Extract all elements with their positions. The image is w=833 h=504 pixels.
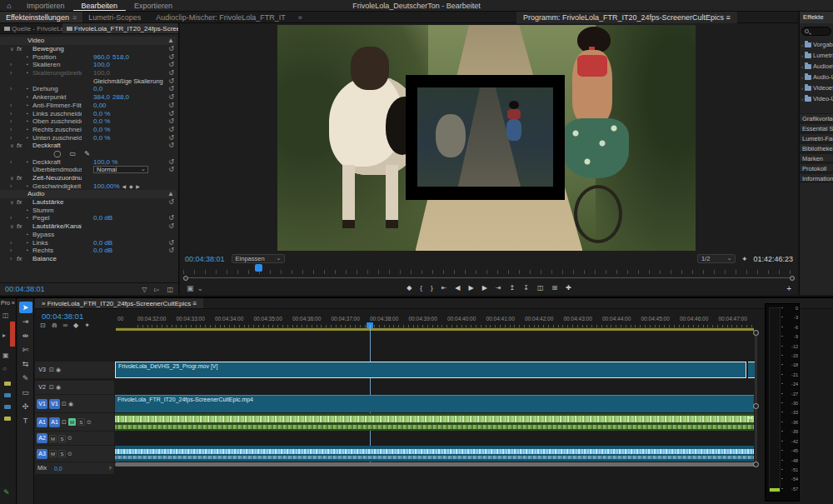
mix-gain-value[interactable]: 0,0	[54, 466, 62, 472]
filter-effects-icon[interactable]: ▽	[142, 286, 147, 293]
twirl-icon[interactable]: ›	[10, 159, 17, 165]
horizontal-scrollbar[interactable]	[115, 462, 756, 467]
fx-badge[interactable]: fx	[17, 198, 25, 206]
track-header[interactable]: V2 ⊡ ◉	[35, 381, 114, 394]
reset-icon[interactable]: ↺	[165, 85, 174, 92]
stopwatch-icon[interactable]: ◔	[25, 86, 32, 92]
track-target[interactable]: A2	[37, 433, 47, 443]
effect-row[interactable]: › fx Balance	[0, 255, 177, 263]
reset-icon[interactable]: ↺	[165, 198, 174, 206]
fx-badge[interactable]: fx	[17, 142, 25, 149]
step-back-button[interactable]: ◀	[455, 282, 460, 294]
twirl-icon[interactable]: ›	[10, 135, 17, 141]
home-icon[interactable]: ⌂	[0, 2, 18, 10]
add-marker-icon[interactable]: ◆	[73, 322, 78, 329]
menu-item[interactable]: Exportieren	[126, 2, 181, 10]
linked-selection-icon[interactable]: ∞	[62, 322, 67, 329]
effects-search-input[interactable]	[801, 27, 831, 36]
stopwatch-icon[interactable]: ◔	[25, 215, 32, 221]
track-header[interactable]: A1 A1 ⊡ M S ⊙	[35, 413, 114, 431]
stopwatch-icon[interactable]: ◔	[25, 102, 32, 108]
effect-row[interactable]: ∨ fx Lautstärke/Kanal ↺	[0, 222, 177, 231]
effects-folder[interactable]: › Audioeffekte	[800, 61, 833, 72]
property-value[interactable]: 0,0 dB	[93, 214, 112, 222]
program-panel-tab[interactable]: Programm: FrivoleLola_FTR_IT20_24fps-Scr…	[516, 12, 737, 23]
panel-menu-icon[interactable]: ≡	[726, 13, 731, 22]
fx-badge[interactable]: fx	[17, 255, 25, 262]
panel-tab[interactable]: Effekteinstellungen≡	[0, 12, 82, 22]
mark-in-button[interactable]: {	[420, 282, 422, 294]
play-button[interactable]: ▶	[468, 282, 473, 294]
reset-icon[interactable]: ↺	[165, 126, 174, 133]
track-target[interactable]: A3	[37, 449, 47, 459]
selection-tool[interactable]: ➤	[19, 302, 32, 313]
mute-button[interactable]: M	[49, 450, 57, 457]
vertical-scrollbar[interactable]	[755, 332, 757, 465]
stopwatch-icon[interactable]: ◔	[25, 207, 32, 213]
collapsed-panel-tab[interactable]: Informationen	[800, 173, 833, 182]
timeline-timecode[interactable]: 00:04:38:01	[42, 312, 83, 321]
slip-tool[interactable]: ⇆	[19, 358, 32, 370]
reset-icon[interactable]: ↺	[165, 93, 174, 101]
ripple-edit-tool[interactable]: ⇹	[19, 330, 32, 342]
solo-button[interactable]: S	[77, 418, 85, 426]
twirl-icon[interactable]: ›	[10, 240, 17, 246]
scroll-handle[interactable]	[753, 403, 759, 409]
effect-row[interactable]: › ◔ Unten zuschneiden 0,0 % ↺	[0, 133, 177, 142]
reset-icon[interactable]: ↺	[165, 239, 174, 247]
twirl-icon[interactable]: ›	[801, 86, 803, 91]
property-value[interactable]: 0,0 %	[93, 110, 110, 117]
twirl-icon[interactable]: ›	[801, 42, 803, 47]
property-value[interactable]: 100,0	[93, 61, 110, 68]
twirl-icon[interactable]: ∨	[10, 175, 17, 182]
property-value[interactable]: 0,0 dB	[93, 247, 112, 254]
reset-icon[interactable]: ▲	[165, 37, 174, 44]
effects-folder[interactable]: › Lumetri-Vorgaben	[800, 50, 833, 61]
stopwatch-icon[interactable]: ◔	[25, 247, 32, 253]
effect-row[interactable]: › ◔ Rechts 0,0 dB ↺	[0, 247, 177, 255]
property-value[interactable]: 960,0	[93, 53, 110, 61]
effect-row[interactable]: Überblendmodus Normal ↺	[0, 166, 177, 174]
go-to-in-button[interactable]: ⇤	[441, 282, 447, 294]
effects-folder[interactable]: › Audio-Überblendungen	[800, 72, 833, 82]
reset-icon[interactable]: ↺	[165, 222, 174, 230]
collapsed-panel-tab[interactable]: Bibliotheken	[800, 143, 833, 152]
fx-badge[interactable]: fx	[17, 45, 25, 52]
scroll-handle[interactable]	[753, 462, 759, 467]
effect-row[interactable]: › ◔ Skalieren 100,0 ↺	[0, 61, 177, 69]
collapsed-panel-tab[interactable]: Marken	[800, 153, 833, 162]
keyframe-toggle-icon[interactable]: ⊦	[109, 465, 112, 472]
scroll-handle-right[interactable]	[790, 276, 795, 281]
effect-row[interactable]: › ◔ Oben zuschneiden 0,0 % ↺	[0, 117, 177, 126]
property-value[interactable]: 288,0	[112, 93, 129, 101]
stopwatch-icon[interactable]: ◔	[25, 159, 32, 165]
property-value[interactable]: 100,0 %	[93, 158, 117, 166]
twirl-icon[interactable]: ›	[10, 70, 17, 76]
export-frame-button[interactable]: ◫	[537, 282, 544, 294]
rectangle-tool[interactable]: ▭	[19, 387, 32, 398]
fit-dropdown[interactable]: Einpassen	[232, 254, 285, 263]
twirl-icon[interactable]: ›	[801, 53, 803, 58]
track-target[interactable]: Mix	[37, 463, 47, 473]
twirl-icon[interactable]: ›	[801, 64, 803, 69]
reset-icon[interactable]: ▲	[165, 190, 174, 197]
effect-row[interactable]: › ◔ Anti-Flimmer-Filter 0,00 ↺	[0, 102, 177, 110]
track-header[interactable]: A2 M S ⊙	[35, 432, 114, 445]
opacity-mask-tools[interactable]: ◯ ▭ ✎	[53, 150, 93, 157]
stopwatch-icon[interactable]: ◔	[25, 54, 32, 60]
reset-icon[interactable]: ↺	[165, 102, 174, 109]
edit-pen-icon[interactable]: ✎	[3, 488, 10, 497]
property-value[interactable]: 0,0	[93, 85, 102, 92]
tab-overflow-icon[interactable]: »	[295, 12, 306, 22]
effect-row[interactable]: › ◔ Pegel 0,0 dB ↺	[0, 214, 177, 222]
stopwatch-icon[interactable]: ◔	[25, 111, 32, 117]
stopwatch-icon[interactable]: ◔	[25, 232, 32, 237]
track-header[interactable]: V3 ⊡ ◉	[35, 362, 114, 378]
effect-row[interactable]: › ◔ Deckkraft 100,0 % ↺	[0, 157, 177, 166]
fx-badge[interactable]: fx	[17, 174, 25, 182]
effects-folder[interactable]: › Videoeffekte	[800, 82, 833, 93]
track-target[interactable]: V1	[49, 399, 60, 409]
monitor-playhead[interactable]	[255, 264, 262, 272]
play-around-icon[interactable]: ▻	[154, 286, 159, 293]
twirl-icon[interactable]: ›	[10, 127, 17, 132]
